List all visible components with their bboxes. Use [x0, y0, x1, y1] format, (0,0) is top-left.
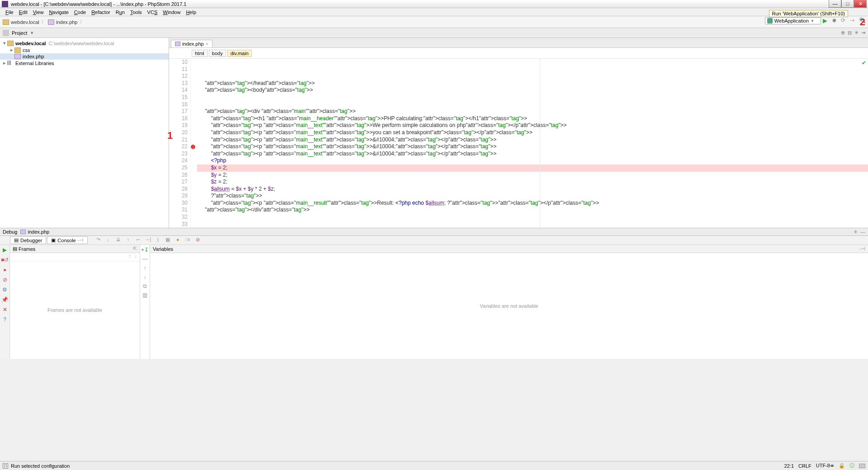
menu-help[interactable]: Help — [183, 9, 199, 15]
next-frame-icon[interactable]: ↓ — [134, 253, 137, 261]
tree-ext-label: External Libraries — [15, 61, 54, 66]
crumb-body[interactable]: body — [209, 50, 226, 57]
console-tab[interactable]: ▣ Console -⊣ — [47, 236, 88, 244]
minimize-icon[interactable]: — — [860, 229, 865, 235]
stop-icon[interactable]: ■↺ — [1, 257, 9, 263]
tool-windows-button[interactable]: □ — [3, 463, 8, 469]
menu-run[interactable]: Run — [113, 9, 127, 15]
close-session-icon[interactable]: ⊘ — [193, 237, 202, 244]
crumb-div[interactable]: div.main — [227, 50, 252, 57]
run-config-selector[interactable]: WebApplication ▼ — [765, 17, 821, 24]
nav-toolbar: webdev.local 〉 index.php 〉 WebApplicatio… — [0, 16, 868, 28]
debug-toolbar: ▤ Debugger ▣ Console -⊣ ↷ ↓ ⇊ ↑ ⤺ →| | ▦… — [0, 236, 868, 245]
php-file-icon — [14, 54, 21, 59]
app-icon — [2, 1, 8, 7]
code-area[interactable]: "attr">class="tag"></head"attr">class="t… — [197, 59, 868, 228]
drop-frame-icon[interactable]: ⤺ — [134, 237, 142, 244]
gear-icon[interactable]: ✳ — [854, 229, 858, 235]
copy-icon[interactable]: ⧉ — [143, 283, 147, 289]
view-bp-icon[interactable]: ● — [3, 267, 6, 273]
stop-button[interactable]: ⟳ — [841, 17, 848, 24]
tree-index[interactable]: index.php — [0, 53, 169, 60]
show-watches-icon[interactable]: ▥ — [142, 292, 147, 298]
lock-icon[interactable]: 🔒 — [839, 463, 845, 469]
titlebar: webdev.local - [C:\webdev\www\webdev.loc… — [0, 0, 868, 8]
run-button[interactable]: ▶ — [823, 17, 830, 24]
maximize-button[interactable]: □ — [841, 0, 854, 8]
menu-view[interactable]: View — [30, 9, 47, 15]
layout-icon[interactable]: ⚙ — [2, 287, 7, 293]
collapse-all-icon[interactable]: ⊟ — [848, 30, 852, 36]
down-icon[interactable]: ↓ — [144, 274, 146, 280]
prev-frame-icon[interactable]: ↑ — [128, 253, 131, 261]
resume-icon[interactable]: ▶ — [3, 247, 7, 253]
tree-css-label: css — [23, 47, 30, 53]
menu-tools[interactable]: Tools — [127, 9, 145, 15]
menu-vcs[interactable]: VCS — [145, 9, 160, 15]
close-tab-icon[interactable]: × — [206, 42, 208, 47]
pin-icon[interactable]: -⊣ — [78, 237, 84, 243]
hide-icon[interactable]: ⇥ — [861, 30, 865, 36]
editor-tab-index[interactable]: index.php × — [171, 40, 212, 47]
mute-bp-icon[interactable]: ● — [174, 237, 182, 244]
project-tool-header[interactable]: Project ▼ ⊕ ⊟ ✳ ⇥ — [0, 28, 868, 38]
remove-watch-icon[interactable]: — — [142, 256, 148, 262]
gear-icon[interactable]: ✳ — [854, 30, 859, 36]
menu-refactor[interactable]: Refactor — [89, 9, 113, 15]
tree-root[interactable]: ▾ webdev.local C:\webdev\www\webdev.loca… — [0, 40, 169, 47]
run-to-cursor-icon[interactable]: →| — [144, 237, 152, 244]
minimize-button[interactable]: — — [829, 0, 841, 8]
force-step-icon[interactable]: ⇊ — [114, 237, 122, 244]
project-tree[interactable]: ▾ webdev.local C:\webdev\www\webdev.loca… — [0, 38, 169, 228]
menu-file[interactable]: File — [3, 9, 16, 15]
tree-index-label: index.php — [23, 54, 44, 59]
breakpoint-gutter[interactable] — [191, 59, 197, 228]
tree-css[interactable]: ▸ css — [0, 47, 169, 53]
evaluate-icon[interactable]: ▦ — [164, 237, 172, 244]
memory-indicator[interactable] — [859, 464, 865, 468]
code-breadcrumb[interactable]: html body div.main — [169, 48, 868, 59]
step-into-icon[interactable]: ↓ — [104, 237, 112, 244]
expand-icon[interactable]: ▸ — [2, 60, 7, 66]
menu-navigate[interactable]: Navigate — [46, 9, 71, 15]
crumb-html[interactable]: html — [192, 50, 208, 57]
line-separator[interactable]: CRLF — [798, 463, 811, 469]
restore-layout-icon[interactable]: ⇱ — [133, 246, 137, 252]
expand-icon[interactable]: ▾ — [2, 40, 7, 46]
step-over-icon[interactable]: ↷ — [94, 237, 102, 244]
php-file-icon — [48, 19, 54, 25]
up-icon[interactable]: ↑ — [144, 265, 146, 271]
breadcrumb-project: webdev.local — [11, 19, 39, 25]
close-icon[interactable]: ✕ — [3, 306, 7, 313]
debug-button[interactable]: ✸ — [832, 17, 839, 24]
scroll-to-source-icon[interactable]: ⊕ — [841, 30, 845, 36]
hector-icon[interactable]: ⓘ — [849, 462, 854, 469]
menu-edit[interactable]: Edit — [16, 9, 30, 15]
restore-layout-icon[interactable]: -⊣ — [859, 246, 865, 252]
right-margin — [540, 59, 540, 228]
step-out-icon[interactable]: ↑ — [124, 237, 132, 244]
debugger-tab[interactable]: ▤ Debugger — [10, 236, 46, 244]
expand-icon[interactable]: ▸ — [9, 47, 14, 53]
chevron-right-icon: 〉 — [80, 19, 85, 25]
close-button[interactable]: ✕ — [854, 0, 867, 8]
menu-code[interactable]: Code — [71, 9, 89, 15]
line-gutter[interactable]: 10 11 12 13 14 15 16 17 18 19 20 21 22 2… — [169, 59, 191, 228]
breakpoint-icon[interactable] — [191, 145, 195, 149]
tree-ext-libs[interactable]: ▸ External Libraries — [0, 60, 169, 66]
debug-tool-header[interactable]: Debug index.php ✳ — — [0, 228, 868, 236]
debug-left-actions: ▶ ■↺ ● ⊘ ⚙ 📌 ✕ ? — [0, 245, 10, 359]
validator-icon[interactable]: ✔ — [862, 60, 866, 67]
debug-title: Debug — [3, 229, 17, 235]
add-watch-icon[interactable]: +↧ — [141, 247, 149, 253]
encoding[interactable]: UTF-8≑ — [816, 463, 834, 469]
pin-icon[interactable]: 📌 — [1, 296, 8, 303]
caret-position[interactable]: 22:1 — [784, 463, 794, 469]
update-button[interactable]: ⇢ — [850, 17, 857, 24]
mute-icon[interactable]: ⊘ — [3, 277, 7, 283]
code-editor[interactable]: 10 11 12 13 14 15 16 17 18 19 20 21 22 2… — [169, 59, 868, 228]
settings-icon[interactable]: ⁝≡ — [184, 237, 192, 244]
breadcrumb[interactable]: webdev.local 〉 index.php 〉 — [3, 19, 86, 25]
menu-window[interactable]: Window — [160, 9, 183, 15]
help-icon[interactable]: ? — [3, 316, 6, 323]
